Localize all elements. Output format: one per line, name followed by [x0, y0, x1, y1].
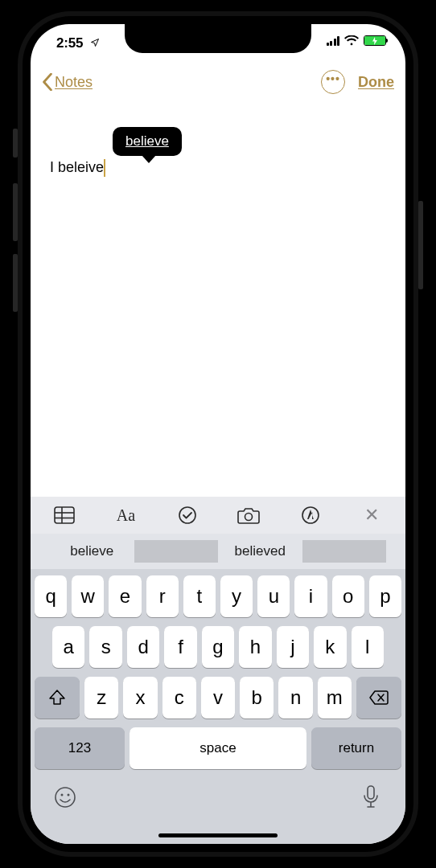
svg-point-9 [68, 794, 70, 796]
key-q[interactable]: q [35, 575, 67, 617]
key-f[interactable]: f [164, 626, 196, 668]
status-bar: 2:55 [31, 24, 405, 61]
svg-point-4 [179, 507, 195, 523]
backspace-key[interactable] [356, 677, 401, 719]
key-p[interactable]: p [369, 575, 401, 617]
svg-point-8 [61, 794, 64, 796]
key-m[interactable]: m [318, 677, 352, 719]
more-options-button[interactable]: ••• [321, 70, 345, 94]
return-key[interactable]: return [311, 727, 401, 769]
note-body[interactable]: believe I beleive [31, 103, 405, 497]
backspace-icon [368, 690, 389, 706]
back-label: Notes [55, 74, 93, 91]
key-k[interactable]: k [314, 626, 346, 668]
back-button[interactable]: Notes [42, 73, 93, 91]
autocorrect-bubble[interactable]: believe [113, 127, 182, 156]
keyboard: qwertyuiop asdfghjkl zxcvbnm 123 space r… [31, 569, 405, 774]
svg-rect-0 [55, 507, 74, 523]
space-key[interactable]: space [130, 727, 306, 769]
microphone-icon [363, 785, 379, 809]
markup-tool-button[interactable] [299, 504, 322, 526]
suggestion-bar: believe believed [31, 534, 405, 569]
format-tool-button[interactable]: Aa [114, 504, 137, 526]
svg-point-7 [56, 788, 75, 807]
screen: 2:55 Notes ••• [31, 24, 405, 844]
note-text: I beleive [50, 159, 104, 175]
table-tool-button[interactable] [53, 504, 76, 526]
numbers-key[interactable]: 123 [35, 727, 125, 769]
emoji-key[interactable] [53, 785, 77, 809]
key-c[interactable]: c [162, 677, 196, 719]
suggestion-left[interactable]: believe [50, 534, 134, 569]
key-t[interactable]: t [183, 575, 216, 617]
clock-time: 2:55 [56, 35, 83, 51]
shift-key[interactable] [35, 677, 80, 719]
emoji-icon [54, 786, 76, 809]
svg-rect-10 [368, 786, 374, 799]
cellular-signal-icon [327, 36, 340, 46]
close-toolbar-button[interactable]: ✕ [360, 504, 383, 526]
checklist-tool-button[interactable] [176, 504, 199, 526]
key-b[interactable]: b [240, 677, 274, 719]
key-j[interactable]: j [277, 626, 309, 668]
key-y[interactable]: y [220, 575, 253, 617]
key-s[interactable]: s [89, 626, 121, 668]
keyboard-toolbar: Aa ✕ [31, 497, 405, 534]
dictation-key[interactable] [359, 785, 383, 809]
key-o[interactable]: o [332, 575, 364, 617]
key-a[interactable]: a [52, 626, 84, 668]
key-u[interactable]: u [257, 575, 290, 617]
key-d[interactable]: d [127, 626, 159, 668]
svg-point-5 [245, 514, 253, 521]
key-r[interactable]: r [146, 575, 179, 617]
key-h[interactable]: h [239, 626, 271, 668]
key-l[interactable]: l [352, 626, 384, 668]
camera-tool-button[interactable] [237, 504, 260, 526]
key-g[interactable]: g [202, 626, 234, 668]
home-indicator[interactable] [158, 833, 278, 837]
key-w[interactable]: w [72, 575, 104, 617]
key-x[interactable]: x [123, 677, 157, 719]
done-button[interactable]: Done [358, 74, 394, 91]
key-v[interactable]: v [201, 677, 235, 719]
chevron-left-icon [44, 74, 51, 90]
key-n[interactable]: n [278, 677, 312, 719]
navigation-bar: Notes ••• Done [31, 61, 405, 103]
location-arrow-icon [90, 37, 100, 50]
key-i[interactable]: i [294, 575, 327, 617]
key-e[interactable]: e [109, 575, 141, 617]
battery-icon [364, 35, 386, 46]
key-z[interactable]: z [84, 677, 118, 719]
wifi-icon [344, 35, 359, 46]
text-cursor [104, 159, 105, 177]
status-time: 2:55 [56, 35, 100, 51]
shift-icon [48, 689, 66, 706]
suggestion-right[interactable]: believed [218, 534, 302, 569]
